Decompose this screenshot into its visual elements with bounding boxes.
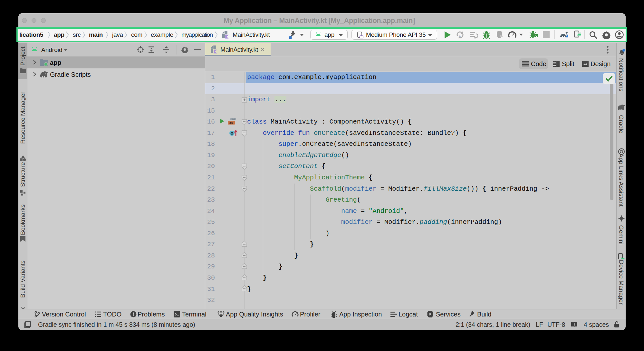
svg-text:<>: <> bbox=[229, 121, 234, 125]
svg-text:A: A bbox=[458, 35, 461, 39]
